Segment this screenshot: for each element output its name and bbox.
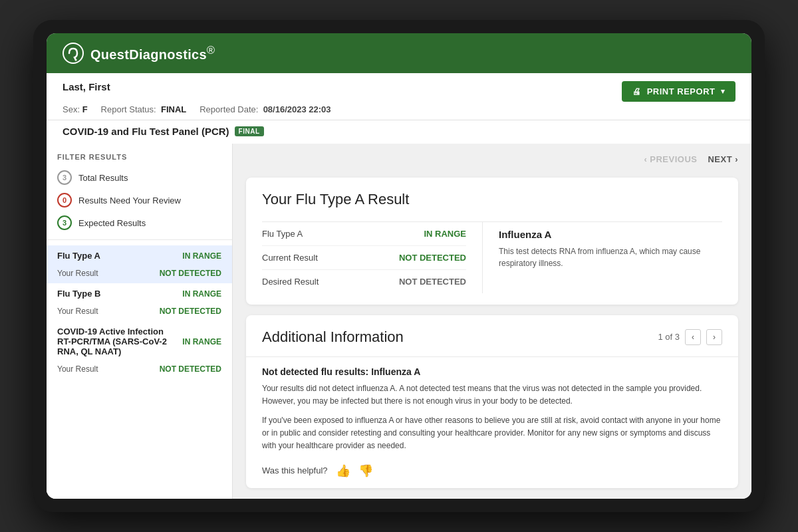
filter-review[interactable]: 0 Results Need Your Review [47, 189, 232, 211]
pagination: 1 of 3 ‹ › [658, 329, 722, 345]
main-content: FILTER RESULTS 3 Total Results 0 Results… [47, 144, 751, 499]
app-header: QuestDiagnostics® [47, 33, 751, 73]
total-badge: 3 [57, 170, 72, 185]
sidebar-item-flu-b[interactable]: Flu Type B IN RANGE Your Result NOT DETE… [47, 283, 232, 321]
result-table: Flu Type A IN RANGE Current Result NOT D… [262, 221, 722, 293]
influenza-desc: This test detects RNA from influenza A, … [499, 245, 722, 269]
sex-label: Sex: F [63, 104, 88, 114]
covid-header: COVID-19 Active Infection RT-PCR/TMA (SA… [47, 321, 232, 362]
result-left: Flu Type A IN RANGE Current Result NOT D… [262, 222, 483, 293]
svg-point-0 [63, 43, 83, 63]
patient-bar: Last, First 🖨 PRINT REPORT ▾ Sex: F Repo… [47, 73, 751, 120]
right-panel: ‹ PREVIOUS NEXT › Your Flu Type A Result [233, 144, 751, 499]
patient-name-row: Last, First 🖨 PRINT REPORT ▾ [63, 81, 735, 102]
desired-result-row: Desired Result NOT DETECTED [262, 270, 466, 293]
helpful-row: Was this helpful? 👍 👎 [262, 464, 722, 478]
additional-text-2: If you've been exposed to influenza A or… [262, 414, 722, 453]
additional-card-header: Additional Information 1 of 3 ‹ › [246, 315, 738, 356]
patient-meta: Sex: F Report Status: FINAL Reported Dat… [63, 104, 735, 114]
chevron-left-icon: ‹ [644, 154, 647, 164]
device-frame: QuestDiagnostics® Last, First 🖨 PRINT RE… [33, 20, 765, 512]
filter-header: FILTER RESULTS [47, 144, 232, 166]
reported-date: Reported Date: 08/16/2023 22:03 [200, 104, 331, 114]
result-card-body: Your Flu Type A Result Flu Type A IN RAN… [246, 178, 738, 305]
screen: QuestDiagnostics® Last, First 🖨 PRINT RE… [47, 33, 751, 499]
logo: QuestDiagnostics® [63, 43, 215, 64]
filter-total[interactable]: 3 Total Results [47, 166, 232, 189]
result-card: Your Flu Type A Result Flu Type A IN RAN… [246, 178, 738, 305]
sidebar-item-flu-a[interactable]: Flu Type A IN RANGE Your Result NOT DETE… [47, 245, 232, 283]
current-result-row: Current Result NOT DETECTED [262, 246, 466, 270]
filter-expected[interactable]: 3 Expected Results [47, 211, 232, 234]
printer-icon: 🖨 [632, 86, 642, 96]
thumbs-down-button[interactable]: 👎 [358, 464, 373, 478]
influenza-title: Influenza A [499, 222, 722, 240]
sidebar-divider [47, 239, 232, 240]
previous-button[interactable]: ‹ PREVIOUS [644, 154, 697, 164]
covid-sub: Your Result NOT DETECTED [47, 362, 232, 379]
svg-point-1 [75, 59, 77, 61]
print-report-button[interactable]: 🖨 PRINT REPORT ▾ [622, 81, 735, 102]
flu-a-header: Flu Type A IN RANGE [47, 245, 232, 266]
flu-b-header: Flu Type B IN RANGE [47, 283, 232, 304]
test-name-row: Flu Type A IN RANGE [262, 222, 466, 246]
flu-a-sub: Your Result NOT DETECTED [47, 266, 232, 283]
thumbs-up-button[interactable]: 👍 [336, 464, 350, 478]
helpful-label: Was this helpful? [262, 466, 328, 475]
additional-subtitle: Not detected flu results: Influenza A [262, 366, 722, 377]
additional-content: Not detected flu results: Influenza A Yo… [246, 356, 738, 488]
report-status: Report Status: FINAL [101, 104, 187, 114]
sidebar-item-covid[interactable]: COVID-19 Active Infection RT-PCR/TMA (SA… [47, 321, 232, 379]
flu-b-sub: Your Result NOT DETECTED [47, 304, 232, 321]
test-title-bar: COVID-19 and Flu Test Panel (PCR) FINAL [47, 120, 751, 144]
page-prev-button[interactable]: ‹ [685, 329, 701, 345]
sidebar: FILTER RESULTS 3 Total Results 0 Results… [47, 144, 233, 499]
review-badge: 0 [57, 193, 72, 207]
page-next-button[interactable]: › [706, 329, 722, 345]
logo-text: QuestDiagnostics® [90, 44, 215, 63]
quest-logo-icon [63, 43, 84, 64]
next-button[interactable]: NEXT › [708, 154, 738, 164]
patient-name: Last, First [63, 81, 110, 92]
nav-bar: ‹ PREVIOUS NEXT › [246, 154, 738, 164]
expected-badge: 3 [57, 215, 72, 230]
chevron-right-icon: › [735, 154, 738, 164]
additional-info-card: Additional Information 1 of 3 ‹ › Not de… [246, 315, 738, 488]
final-badge: FINAL [235, 126, 264, 136]
additional-text-1: Your results did not detect influenza A.… [262, 382, 722, 408]
result-card-title: Your Flu Type A Result [262, 191, 722, 208]
additional-title: Additional Information [262, 329, 404, 346]
result-right: Influenza A This test detects RNA from i… [483, 222, 722, 293]
test-title: COVID-19 and Flu Test Panel (PCR) FINAL [63, 126, 735, 137]
